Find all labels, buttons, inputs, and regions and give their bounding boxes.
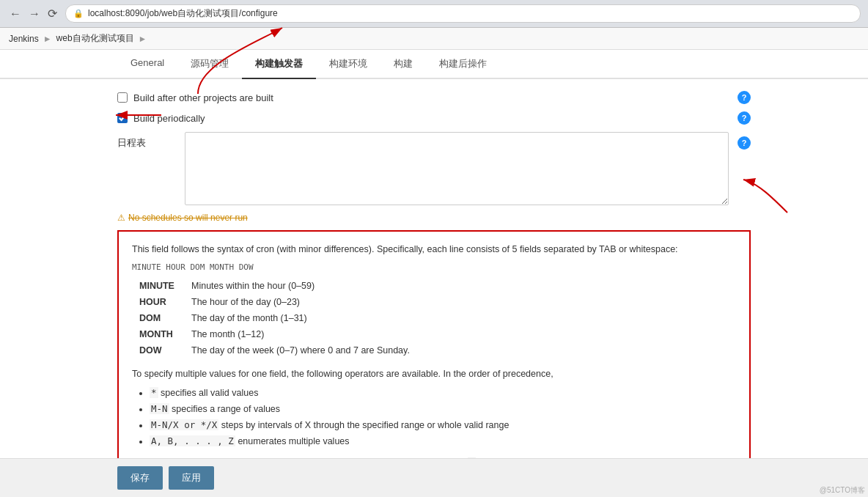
forward-button[interactable]: → — [26, 7, 43, 21]
cron-field-month: MONTH — [139, 327, 180, 342]
cron-row-dow: DOW The day of the week (0–7) where 0 an… — [139, 343, 736, 358]
cron-intro: This field follows the syntax of cron (w… — [132, 242, 736, 257]
cron-op-range: M-N specifies a range of values — [150, 402, 736, 416]
arrow-to-textarea — [736, 176, 795, 213]
content-area: Build after other projects are built ? B… — [0, 79, 868, 497]
save-button[interactable]: 保存 — [117, 466, 163, 490]
cron-operators-list: * specifies all valid values M-N specifi… — [150, 386, 736, 449]
cron-help-box: This field follows the syntax of cron (w… — [117, 230, 751, 497]
schedule-section: 日程表 ? — [117, 132, 751, 205]
tab-build[interactable]: 构建 — [380, 50, 426, 79]
cron-desc-hour: The hour of the day (0–23) — [191, 295, 300, 309]
cron-op-step-desc: steps by intervals of X through the spec… — [221, 420, 510, 430]
cron-op-range-desc: specifies a range of values — [172, 404, 280, 414]
cron-desc-dow: The day of the week (0–7) where 0 and 7 … — [191, 343, 410, 358]
tab-env[interactable]: 构建环境 — [316, 50, 380, 79]
apply-button[interactable]: 应用 — [169, 466, 214, 490]
build-after-help-button[interactable]: ? — [738, 91, 751, 104]
back-button[interactable]: ← — [7, 7, 23, 21]
build-after-row: Build after other projects are built ? — [117, 91, 751, 104]
browser-chrome: ← → ⟳ 🔒 localhost:8090/job/web自动化测试项目/co… — [0, 0, 868, 28]
cron-field-hour: HOUR — [139, 295, 180, 309]
build-after-label[interactable]: Build after other projects are built — [133, 92, 273, 103]
breadcrumb-sep-2: ► — [139, 34, 147, 44]
cron-desc-month: The month (1–12) — [191, 327, 264, 342]
cron-operators-intro: To specify multiple values for one field… — [132, 367, 736, 381]
build-periodically-row: Build periodically ? — [117, 111, 751, 125]
tabs-bar: General 源码管理 构建触发器 构建环境 构建 构建后操作 — [0, 50, 868, 79]
cron-op-enum-desc: enumerates multiple values — [238, 436, 349, 446]
cron-op-step: M-N/X or */X steps by intervals of X thr… — [150, 418, 736, 432]
watermark: @51CTO博客 — [820, 485, 865, 496]
cron-field-dow: DOW — [139, 343, 180, 358]
breadcrumb: Jenkins ► web自动化测试项目 ► — [0, 28, 868, 50]
url-text: localhost:8090/job/web自动化测试项目/configure — [88, 7, 278, 20]
tab-post[interactable]: 构建后操作 — [426, 50, 500, 79]
tab-general[interactable]: General — [117, 50, 177, 79]
tab-source[interactable]: 源码管理 — [177, 50, 242, 79]
cron-row-dom: DOM The day of the month (1–31) — [139, 311, 736, 325]
warning-label: No schedules so will never run — [128, 213, 248, 223]
schedule-help-button[interactable]: ? — [738, 136, 751, 150]
build-after-checkbox[interactable] — [117, 92, 128, 103]
cron-desc-minute: Minutes within the hour (0–59) — [191, 279, 315, 293]
cron-fields-header: MINUTE HOUR DOM MONTH DOW — [132, 261, 736, 274]
build-periodically-label[interactable]: Build periodically — [133, 113, 205, 124]
cron-row-month: MONTH The month (1–12) — [139, 327, 736, 342]
schedule-label: 日程表 — [117, 132, 176, 150]
cron-desc-dom: The day of the month (1–31) — [191, 311, 307, 325]
nav-buttons[interactable]: ← → ⟳ — [7, 7, 59, 21]
refresh-button[interactable]: ⟳ — [45, 7, 59, 21]
cron-op-star: * specifies all valid values — [150, 386, 736, 400]
cron-row-hour: HOUR The hour of the day (0–23) — [139, 295, 736, 309]
schedule-textarea[interactable] — [185, 132, 729, 205]
build-periodically-checkbox[interactable] — [117, 113, 128, 123]
warning-icon: ⚠ — [117, 213, 125, 223]
breadcrumb-project[interactable]: web自动化测试项目 — [56, 32, 134, 45]
cron-op-enum: A, B, . . . , Z enumerates multiple valu… — [150, 434, 736, 449]
main-content: General 源码管理 构建触发器 构建环境 构建 构建后操作 Build a… — [0, 50, 868, 497]
cron-op-step-symbol: M-N/X or */X — [150, 419, 218, 430]
cron-op-range-symbol: M-N — [150, 403, 169, 414]
tab-triggers[interactable]: 构建触发器 — [242, 50, 316, 79]
cron-field-dom: DOM — [139, 311, 180, 325]
lock-icon: 🔒 — [73, 9, 84, 18]
build-periodically-help-button[interactable]: ? — [738, 111, 751, 125]
cron-op-star-desc: specifies all valid values — [161, 388, 258, 398]
breadcrumb-sep-1: ► — [43, 34, 52, 44]
cron-op-enum-symbol: A, B, . . . , Z — [150, 435, 235, 446]
cron-table: MINUTE Minutes within the hour (0–59) HO… — [139, 279, 736, 358]
cron-op-star-symbol: * — [150, 387, 158, 398]
address-bar[interactable]: 🔒 localhost:8090/job/web自动化测试项目/configur… — [65, 4, 861, 23]
warning-text: ⚠ No schedules so will never run — [117, 213, 751, 223]
cron-row-minute: MINUTE Minutes within the hour (0–59) — [139, 279, 736, 293]
bottom-bar: 保存 应用 — [0, 458, 868, 497]
breadcrumb-jenkins[interactable]: Jenkins — [9, 34, 39, 44]
cron-field-minute: MINUTE — [139, 279, 180, 293]
